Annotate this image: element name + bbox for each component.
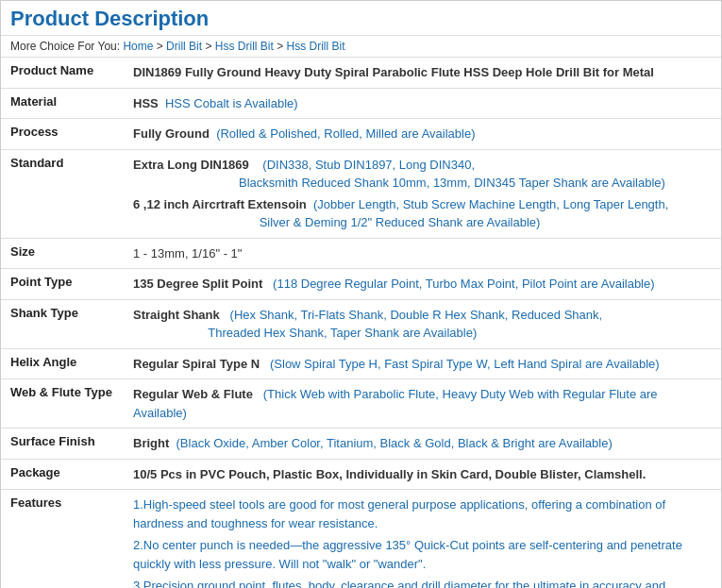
row-web-flute-type: Web & Flute Type Regular Web & Flute (Th… <box>1 379 721 428</box>
label-package: Package <box>1 459 124 490</box>
value-product-name: DIN1869 Fully Ground Heavy Duty Spiral P… <box>124 58 721 88</box>
row-process: Process Fully Ground (Rolled & Polished,… <box>1 119 721 150</box>
breadcrumb-hssdrillbit1[interactable]: Hss Drill Bit <box>215 40 274 53</box>
value-standard: Extra Long DIN1869 (DIN338, Stub DIN1897… <box>124 149 721 238</box>
feature-item-2: 2.No center punch is needed—the aggressi… <box>133 536 712 573</box>
row-shank-type: Shank Type Straight Shank (Hex Shank, Tr… <box>1 299 721 348</box>
label-point-type: Point Type <box>1 269 124 300</box>
spec-table: Product Name DIN1869 Fully Ground Heavy … <box>1 58 721 588</box>
features-list: 1.High-speed steel tools are good for mo… <box>133 496 712 588</box>
feature-item-3: 3.Precision ground point, flutes, body, … <box>133 577 712 588</box>
label-material: Material <box>1 88 124 119</box>
value-material: HSS HSS Cobalt is Available) <box>124 88 721 119</box>
label-helix-angle: Helix Angle <box>1 348 124 379</box>
row-package: Package 10/5 Pcs in PVC Pouch, Plastic B… <box>1 459 721 490</box>
label-process: Process <box>1 119 124 150</box>
row-product-name: Product Name DIN1869 Fully Ground Heavy … <box>1 58 721 88</box>
page-title: Product Description <box>1 1 721 36</box>
value-process: Fully Ground (Rolled & Polished, Rolled,… <box>124 119 721 150</box>
value-point-type: 135 Degree Split Point (118 Degree Regul… <box>124 269 721 300</box>
breadcrumb-drillbit[interactable]: Drill Bit <box>166 40 202 53</box>
label-web-flute-type: Web & Flute Type <box>1 379 124 428</box>
row-helix-angle: Helix Angle Regular Spiral Type N (Slow … <box>1 348 721 379</box>
value-package: 10/5 Pcs in PVC Pouch, Plastic Box, Indi… <box>124 459 721 490</box>
breadcrumb-home[interactable]: Home <box>123 40 153 53</box>
value-web-flute-type: Regular Web & Flute (Thick Web with Para… <box>124 379 721 428</box>
row-point-type: Point Type 135 Degree Split Point (118 D… <box>1 269 721 300</box>
breadcrumb: More Choice For You: Home > Drill Bit > … <box>1 36 721 58</box>
value-surface-finish: Bright (Black Oxide, Amber Color, Titani… <box>124 428 721 460</box>
breadcrumb-label: More Choice For You: <box>10 40 120 53</box>
label-surface-finish: Surface Finish <box>1 428 124 460</box>
row-surface-finish: Surface Finish Bright (Black Oxide, Ambe… <box>1 428 721 460</box>
label-size: Size <box>1 238 124 269</box>
value-features: 1.High-speed steel tools are good for mo… <box>124 490 721 589</box>
label-shank-type: Shank Type <box>1 299 124 348</box>
label-standard: Standard <box>1 149 124 238</box>
value-helix-angle: Regular Spiral Type N (Slow Spiral Type … <box>124 348 721 379</box>
feature-item-1: 1.High-speed steel tools are good for mo… <box>133 496 712 532</box>
row-size: Size 1 - 13mm, 1/16" - 1" <box>1 238 721 269</box>
label-features: Features <box>1 490 124 589</box>
row-material: Material HSS HSS Cobalt is Available) <box>1 88 721 119</box>
row-standard: Standard Extra Long DIN1869 (DIN338, Stu… <box>1 149 721 238</box>
value-size: 1 - 13mm, 1/16" - 1" <box>124 238 721 269</box>
value-shank-type: Straight Shank (Hex Shank, Tri-Flats Sha… <box>124 299 721 348</box>
row-features: Features 1.High-speed steel tools are go… <box>1 490 721 589</box>
breadcrumb-hssdrillbit2[interactable]: Hss Drill Bit <box>286 40 344 53</box>
label-product-name: Product Name <box>1 58 124 88</box>
